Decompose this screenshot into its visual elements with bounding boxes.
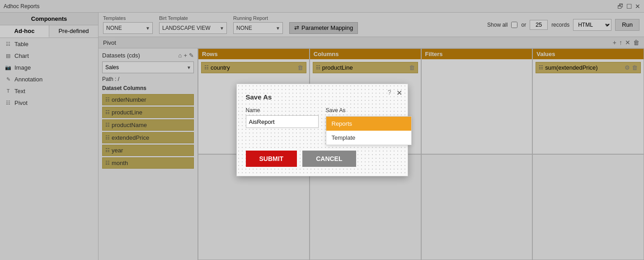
modal-close-button[interactable]: ✕ bbox=[396, 89, 402, 97]
modal-name-field: Name bbox=[246, 107, 319, 128]
save-as-option-reports[interactable]: Reports bbox=[326, 117, 411, 131]
submit-button[interactable]: SUBMIT bbox=[246, 151, 297, 167]
save-as-col: Save As Reports Template bbox=[326, 107, 399, 115]
save-as-modal: Save As ? ✕ Name Save As Reports Templat… bbox=[236, 84, 408, 176]
modal-actions: SUBMIT CANCEL bbox=[246, 151, 399, 167]
modal-row: Name Save As Reports Template bbox=[246, 107, 399, 128]
save-as-label: Save As bbox=[326, 107, 399, 113]
modal-overlay: Save As ? ✕ Name Save As Reports Templat… bbox=[0, 0, 644, 260]
modal-title: Save As bbox=[246, 93, 399, 101]
save-as-dropdown: Reports Template bbox=[326, 116, 412, 145]
modal-help-button[interactable]: ? bbox=[388, 89, 391, 96]
save-as-option-template[interactable]: Template bbox=[326, 131, 411, 145]
cancel-button[interactable]: CANCEL bbox=[302, 151, 356, 167]
modal-name-label: Name bbox=[246, 107, 319, 113]
modal-name-input[interactable] bbox=[246, 115, 319, 128]
